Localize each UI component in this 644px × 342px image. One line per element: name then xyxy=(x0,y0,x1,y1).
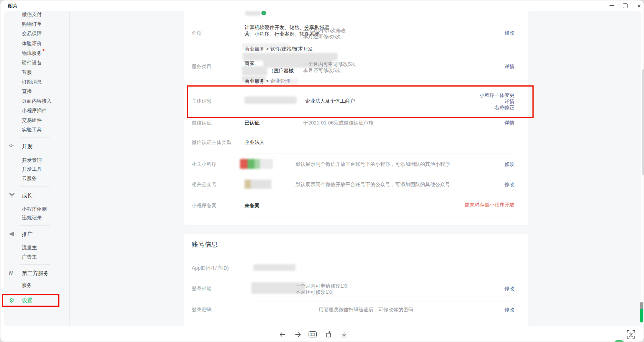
window-title: 图片 xyxy=(8,3,18,9)
email-modify-link[interactable]: 修改 xyxy=(504,286,514,292)
scrollbar-progress[interactable] xyxy=(640,302,643,322)
subject-label: 主体信息 xyxy=(192,98,212,104)
sidebar-item-subscribe-message[interactable]: 订阅消息 xyxy=(22,79,42,85)
related-mp-note: 默认展示同个微信开放平台账号下的小程序，可添加团队的其他小程序 xyxy=(296,161,450,167)
verify-label: 微信认证 xyxy=(192,120,212,126)
email-note-1: 一个月内可申请修改1次 xyxy=(296,283,348,289)
category-line-2: 商家. xyxy=(245,61,256,67)
sidebar-section-dev[interactable]: 开发 xyxy=(22,143,33,149)
password-modify-link[interactable]: 修改 xyxy=(504,307,514,313)
sidebar-item-lab-tools[interactable]: 实验工具 xyxy=(22,127,42,133)
sidebar-section-divider xyxy=(20,186,50,187)
sidebar-item-dev-tools[interactable]: 开发工具 xyxy=(22,166,42,172)
related-oa-label: 相关公众号 xyxy=(192,182,217,188)
gear-icon: ⚙ xyxy=(9,297,16,304)
sidebar-item-traffic-owner[interactable]: 流量主 xyxy=(22,245,37,251)
verified-badge-icon: ✓ xyxy=(261,11,266,15)
category-redacted xyxy=(242,43,289,49)
sprout-icon xyxy=(9,192,16,199)
row-divider xyxy=(245,174,516,174)
arrow-left-icon xyxy=(279,331,286,338)
scrollbar-thumb[interactable] xyxy=(642,69,644,175)
previous-image-button[interactable] xyxy=(279,331,286,338)
verify-type-value: 企业法人 xyxy=(245,139,264,146)
code-icon: </> xyxy=(9,144,16,151)
sidebar-item-cloud-service[interactable]: 云服务 xyxy=(22,175,37,182)
sidebar-section-growth[interactable]: 成长 xyxy=(22,192,33,198)
logistics-red-dot-badge xyxy=(43,49,44,51)
account-section-title: 账号信息 xyxy=(192,241,218,249)
sidebar-section-promotion[interactable]: 推广 xyxy=(22,231,33,237)
rotate-button[interactable] xyxy=(325,331,333,338)
subject-change-link[interactable]: 小程序主体变更 xyxy=(480,92,514,98)
subject-name-fix-link[interactable]: 名称修正 xyxy=(495,105,514,111)
row-divider xyxy=(245,22,516,22)
subject-type-value: 企业法人及个体工商户 xyxy=(305,98,355,104)
row-divider xyxy=(245,216,516,216)
subject-name-redacted xyxy=(245,97,297,104)
sidebar-item-mp-assessment[interactable]: 小程序评测 xyxy=(22,206,47,212)
sidebar-item-experience-review[interactable]: 体验评价 xyxy=(22,41,42,47)
verify-type-label: 微信认证主体类型 xyxy=(192,139,232,146)
related-mp-label: 相关小程序 xyxy=(192,161,217,167)
verify-detail-link[interactable]: 详情 xyxy=(504,120,514,126)
password-label: 登录密码 xyxy=(192,307,212,313)
registration-label: 小程序备案 xyxy=(192,203,217,209)
image-viewer-window: 图片 ✕ 微信支付 购物订单 交易保障 体验评价 物流服务 硬件设备 客服 订阅… xyxy=(0,0,644,342)
category-redacted xyxy=(242,66,267,75)
mp-name-redacted xyxy=(245,11,261,16)
download-button[interactable] xyxy=(340,331,348,338)
sidebar-item-trade-guarantee[interactable]: 交易保障 xyxy=(22,31,42,37)
registration-status-text: 暂未对存量小程序开放 xyxy=(465,202,514,208)
password-note: 用管理员微信扫码验证后，可修改你的密码 xyxy=(319,307,413,313)
row-divider xyxy=(245,195,516,195)
sidebar-item-services[interactable]: 服务 xyxy=(22,282,32,288)
sidebar-section-divider xyxy=(20,225,50,226)
next-image-button[interactable] xyxy=(294,331,302,338)
row-divider xyxy=(245,154,516,154)
related-mp-modify-link[interactable]: 修改 xyxy=(504,161,514,167)
sidebar-item-advertiser[interactable]: 广告主 xyxy=(22,254,37,260)
maximize-button[interactable] xyxy=(618,0,632,11)
related-mp-logo-redacted xyxy=(240,159,273,169)
arrow-right-icon xyxy=(294,331,302,338)
close-button[interactable]: ✕ xyxy=(632,0,644,11)
sidebar-item-dev-management[interactable]: 开发管理 xyxy=(22,157,42,164)
sidebar-section-settings[interactable]: 设置 xyxy=(22,297,33,303)
sidebar-section-third-party[interactable]: 第三方服务 xyxy=(22,270,49,276)
sidebar-item-wechat-pay[interactable]: 微信支付 xyxy=(22,11,42,18)
category-line-3: （医疗器械 xyxy=(269,68,294,74)
related-oa-modify-link[interactable]: 修改 xyxy=(504,182,514,188)
category-redacted xyxy=(270,79,298,84)
sidebar-item-hardware[interactable]: 硬件设备 xyxy=(22,60,42,66)
category-note-2: 本月还可修改5次 xyxy=(303,67,341,74)
verify-value: 已认证 xyxy=(245,120,260,126)
sidebar-section-divider xyxy=(20,264,50,265)
floating-green-button[interactable] xyxy=(613,340,626,342)
email-note-2: 本月还可修改1次 xyxy=(296,289,333,295)
minimize-button[interactable] xyxy=(605,0,618,11)
extract-text-button[interactable]: 文 xyxy=(626,330,636,339)
actual-size-button[interactable]: 1:1 xyxy=(309,331,317,337)
category-detail-link[interactable]: 详情 xyxy=(504,64,514,70)
email-label: 登录邮箱 xyxy=(192,286,212,292)
download-icon xyxy=(340,331,348,338)
close-icon: ✕ xyxy=(637,3,641,9)
appid-value-redacted xyxy=(253,264,296,271)
intro-note-2: 本月还可修改5次 xyxy=(303,34,341,40)
intro-modify-link[interactable]: 修改 xyxy=(504,30,514,36)
sidebar-item-trade-component[interactable]: 交易组件 xyxy=(22,117,42,123)
sidebar-item-logistics[interactable]: 物流服务 xyxy=(22,50,42,56)
sidebar-item-violation-records[interactable]: 违规记录 xyxy=(22,215,42,221)
row-divider xyxy=(253,277,516,277)
sidebar-item-shop-orders[interactable]: 购物订单 xyxy=(22,21,42,27)
sidebar-item-page-content[interactable]: 页面内容接入 xyxy=(22,98,52,104)
sidebar-item-plugins[interactable]: 小程序插件 xyxy=(22,108,47,114)
minimize-icon xyxy=(610,5,614,6)
related-oa-note: 默认展示同个微信开放平台账号下的公众号，可添加团队的其他公众号 xyxy=(296,182,450,188)
category-label: 服务类目 xyxy=(192,64,212,70)
sidebar-item-live[interactable]: 直播 xyxy=(22,88,32,95)
subject-detail-link[interactable]: 详情 xyxy=(504,98,514,105)
row-divider xyxy=(245,134,516,134)
sidebar-item-customer-service[interactable]: 客服 xyxy=(22,69,32,75)
